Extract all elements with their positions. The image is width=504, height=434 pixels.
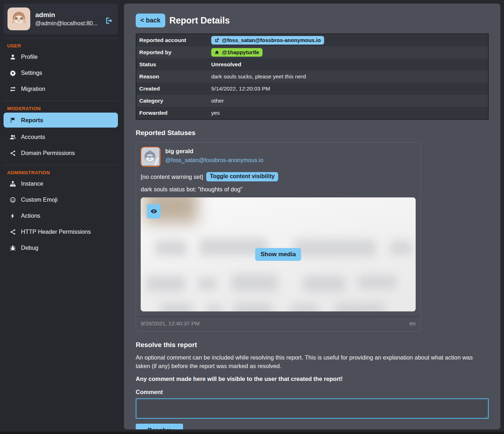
blur-blob [207,304,223,311]
sidebar-item-label: HTTP Header Permissions [21,228,91,235]
report-row-value: Unresolved [209,61,241,68]
eye-icon[interactable] [147,204,161,218]
reported-statuses-heading: Reported Statuses [136,129,489,137]
report-row-label: Created [136,86,209,92]
status-card: big gerald @foss_satan@fossbros-anonymou… [136,142,421,332]
sidebar-section-label-administration: ADMINISTRATION [7,170,120,175]
status-timestamp: 9/20/2021, 12:40:37 PM [141,320,199,327]
sidebar-item-settings[interactable]: Settings [4,65,118,81]
blur-blob [335,303,385,311]
sidebar-item-label: Custom Emoji [21,196,58,203]
user-icon [9,54,16,60]
report-row-label: Status [136,61,209,68]
badge-label: @foss_satan@fossbros-anonymous.io [222,37,321,43]
report-table-row-reason: Reasondark souls sucks, please yeet this… [136,71,488,83]
sidebar-item-label: Reports [21,117,43,124]
sidebar-item-debug[interactable]: Debug [4,240,118,256]
sitemap-icon [9,181,16,187]
sidebar-item-label: Domain Permissions [21,150,75,156]
sign-out-icon[interactable] [105,16,113,25]
report-table-row-status: StatusUnresolved [136,58,488,71]
report-table: Reported account@foss_satan@fossbros-ano… [136,33,489,120]
report-row-value: yes [209,110,220,116]
sidebar-divider [4,101,118,101]
blur-blob [358,275,397,289]
blur-blob [198,278,217,290]
comment-label: Comment [136,389,489,396]
sidebar-divider [4,165,118,165]
content-warning-text: [no content warning set] [141,174,203,180]
blur-blob [233,303,272,311]
status-content-text: dark souls status bot: "thoughts of dog" [141,186,416,193]
report-row-label: Reason [136,73,209,80]
blur-blob [155,240,187,256]
reported-by-badge[interactable]: @1happyturtle [211,48,263,57]
report-row-value: 5/14/2022, 12:20:03 PM [209,86,270,92]
sidebar-divider [4,38,118,38]
report-table-row-reported-account: Reported account@foss_satan@fossbros-ano… [136,34,488,46]
external-link-icon [214,38,219,43]
sidebar-item-accounts[interactable]: Accounts [4,129,118,145]
blur-blob [160,303,192,311]
sidebar-nav: USERProfileSettingsMigrationMODERATIONRe… [4,38,120,256]
page-header: < back Report Details [136,14,489,27]
blur-blob [232,274,278,292]
sidebar-item-label: Settings [21,69,42,76]
user-card[interactable]: admin @admin@localhost:80... [4,4,118,34]
sidebar-section-label-user: USER [7,43,120,48]
user-handle: @admin@localhost:80... [35,20,98,27]
reported-account-badge[interactable]: @foss_satan@fossbros-anonymous.io [211,36,324,45]
report-row-value: dark souls sucks, please yeet this nerd [209,73,306,80]
bottom-bar [0,432,504,434]
home-icon [214,50,219,55]
sidebar-item-actions[interactable]: Actions [4,208,118,224]
resolve-warning: Any comment made here will be visible to… [136,376,489,382]
report-table-row-forwarded: Forwardedyes [136,107,488,119]
main-panel: < back Report Details Reported account@f… [124,4,500,429]
sidebar: admin @admin@localhost:80... USERProfile… [0,0,124,434]
back-button[interactable]: < back [136,14,165,27]
resolve-button[interactable]: Resolve [136,424,183,429]
blur-blob [294,239,376,257]
sidebar-item-migration[interactable]: Migration [4,81,118,97]
resolve-heading: Resolve this report [136,341,489,349]
sidebar-item-reports[interactable]: Reports [4,113,118,128]
bolt-icon [9,213,16,219]
report-row-label: Forwarded [136,110,209,116]
report-row-label: Category [136,98,209,104]
status-handle-link[interactable]: @foss_satan@fossbros-anonymous.io [165,157,263,164]
status-display-name: big gerald [165,148,263,155]
sidebar-item-custom-emoji[interactable]: Custom Emoji [4,192,118,208]
transfer-icon [9,86,16,92]
report-table-row-created: Created5/14/2022, 12:20:03 PM [136,83,488,95]
report-row-label: Reported account [136,37,209,43]
sidebar-item-profile[interactable]: Profile [4,49,118,65]
blur-blob [303,276,345,292]
share-nodes-icon [9,150,16,156]
report-row-value: @foss_satan@fossbros-anonymous.io [209,36,324,45]
sidebar-item-label: Actions [21,212,40,219]
content-warning-row: [no content warning set] Toggle content … [141,172,416,181]
blur-blob [390,241,412,255]
status-language-tag: en [410,320,416,327]
status-media-blurred[interactable]: Show media [141,197,416,311]
sidebar-item-label: Debug [21,244,38,251]
comment-input[interactable] [136,398,489,419]
sidebar-item-instance[interactable]: Instance [4,176,118,192]
sidebar-item-http-header-permissions[interactable]: HTTP Header Permissions [4,224,118,240]
show-media-button[interactable]: Show media [255,248,301,261]
sidebar-item-label: Profile [21,53,38,60]
status-header: big gerald @foss_satan@fossbros-anonymou… [141,147,416,167]
sidebar-item-label: Instance [21,180,43,187]
share-nodes-icon [9,229,16,235]
toggle-content-visibility-button[interactable]: Toggle content visibility [206,172,278,181]
flag-icon [9,117,16,123]
status-footer: 9/20/2021, 12:40:37 PM en [136,316,420,331]
status-avatar [141,147,161,167]
report-row-value: other [209,98,224,104]
gears-icon [9,70,16,76]
blur-blob [146,276,185,292]
sidebar-item-domain-permissions[interactable]: Domain Permissions [4,145,118,161]
bug-icon [9,245,16,251]
report-table-row-reported-by: Reported by@1happyturtle [136,46,488,58]
